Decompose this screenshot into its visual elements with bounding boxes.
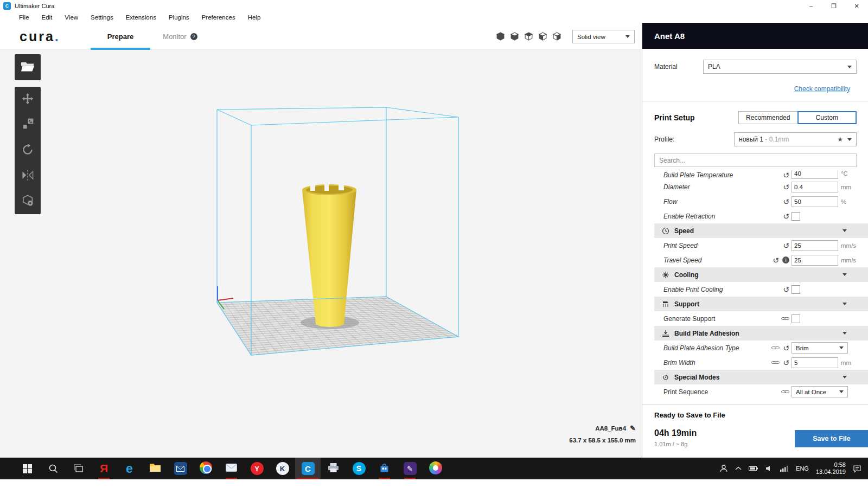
menu-item-edit[interactable]: Edit <box>42 14 53 21</box>
menu-item-file[interactable]: File <box>19 14 29 21</box>
task-view-button[interactable] <box>66 458 91 479</box>
mode-recommended-button[interactable]: Recommended <box>738 111 798 124</box>
taskbar-app-pen[interactable]: ✎ <box>397 458 423 479</box>
taskbar-app-chrome[interactable] <box>193 458 219 479</box>
scale-tool-button[interactable] <box>15 112 41 138</box>
rename-pencil-icon[interactable]: ✎ <box>630 424 636 432</box>
material-dropdown[interactable]: PLA <box>703 60 857 74</box>
settings-category-support[interactable]: Support <box>654 297 868 311</box>
tab-prepare[interactable]: Prepare <box>91 23 150 50</box>
taskbar-app-kompas[interactable]: K <box>270 458 295 479</box>
3d-view-icon[interactable] <box>496 32 505 41</box>
close-button[interactable]: ✕ <box>845 0 868 12</box>
taskbar-app-file-explorer[interactable] <box>142 458 168 479</box>
front-view-icon[interactable] <box>510 32 519 41</box>
left-view-icon[interactable] <box>538 32 547 41</box>
revert-icon[interactable]: ↺ <box>783 359 789 367</box>
save-to-file-button[interactable]: Save to File <box>795 430 868 447</box>
link-icon[interactable] <box>781 389 789 394</box>
menu-item-plugins[interactable]: Plugins <box>169 14 189 21</box>
rotate-tool-button[interactable] <box>15 138 41 163</box>
screen: C Ultimaker Cura – ❐ ✕ FileEditViewSetti… <box>0 0 868 488</box>
per-model-settings-tool-button[interactable] <box>15 189 41 214</box>
taskbar-app-yandex-browser[interactable]: Я <box>91 458 117 479</box>
search-input[interactable] <box>654 153 857 167</box>
start-button[interactable] <box>15 458 40 479</box>
setting-input-print-speed[interactable] <box>792 240 838 251</box>
taskbar-app-yandex-mail[interactable]: Y <box>244 458 270 479</box>
setting-label: Build Plate Adhesion Type <box>663 344 739 352</box>
revert-icon[interactable]: ↺ <box>783 344 789 352</box>
setting-input-build-plate-temperature[interactable] <box>792 170 838 179</box>
revert-icon[interactable]: ↺ <box>783 183 789 191</box>
right-view-icon[interactable] <box>552 32 561 41</box>
taskbar-app-edge[interactable]: e <box>117 458 142 479</box>
taskbar-app-skype[interactable]: S <box>346 458 372 479</box>
viewport[interactable]: AA8_Fuв4 ✎ 63.7 x 58.5 x 155.0 mm <box>0 50 642 458</box>
menu-item-preferences[interactable]: Preferences <box>202 14 235 21</box>
view-mode-dropdown[interactable]: Solid view <box>572 30 635 43</box>
3d-scene[interactable] <box>0 50 642 458</box>
menu-item-extensions[interactable]: Extensions <box>126 14 156 21</box>
setting-input-diameter[interactable] <box>792 182 838 192</box>
revert-icon[interactable]: ↺ <box>783 286 789 293</box>
profile-dropdown[interactable]: новый 1 - 0.1mm ★ <box>734 132 857 146</box>
volume-icon[interactable] <box>765 465 773 472</box>
setting-checkbox-enable-retraction[interactable] <box>792 212 800 221</box>
minimize-button[interactable]: – <box>800 0 822 12</box>
revert-icon[interactable]: ↺ <box>783 198 789 206</box>
setting-unit: % <box>841 198 846 205</box>
mode-custom-button[interactable]: Custom <box>797 111 857 124</box>
settings-category-special-modes[interactable]: Special Modes <box>654 370 868 384</box>
settings-category-speed[interactable]: Speed <box>654 223 868 238</box>
revert-icon[interactable]: ↺ <box>783 213 789 220</box>
setting-unit: mm <box>841 184 851 190</box>
revert-icon[interactable]: ↺ <box>773 256 779 264</box>
menu-item-help[interactable]: Help <box>248 14 261 21</box>
people-icon[interactable] <box>719 464 728 473</box>
setting-input-brim-width[interactable] <box>792 357 838 368</box>
setting-row-build-plate-adhesion-type: Build Plate Adhesion Type↺Brim <box>654 341 868 355</box>
window-titlebar: C Ultimaker Cura – ❐ ✕ <box>0 0 868 12</box>
maximize-button[interactable]: ❐ <box>822 0 845 12</box>
link-icon[interactable] <box>781 316 789 321</box>
taskbar-app-mail-dark[interactable] <box>168 458 193 479</box>
menu-item-view[interactable]: View <box>65 14 78 21</box>
language-indicator[interactable]: ENG <box>796 465 809 472</box>
link-icon[interactable] <box>771 360 780 365</box>
info-icon[interactable]: i <box>782 256 789 264</box>
star-icon[interactable]: ★ <box>837 136 843 143</box>
setting-input-flow[interactable] <box>792 196 838 207</box>
revert-icon[interactable]: ↺ <box>783 242 789 249</box>
revert-icon[interactable]: ↺ <box>783 171 789 179</box>
move-tool-button[interactable] <box>15 87 41 112</box>
open-file-button[interactable] <box>15 54 41 80</box>
mirror-tool-button[interactable] <box>15 163 41 189</box>
setting-checkbox-enable-print-cooling[interactable] <box>792 285 800 294</box>
taskbar-app-mail[interactable] <box>219 458 244 479</box>
chevron-up-icon[interactable] <box>735 466 742 471</box>
top-view-icon[interactable] <box>524 32 533 41</box>
notification-center-icon[interactable] <box>853 465 861 473</box>
setting-select-print-sequence[interactable]: All at Once <box>792 386 848 397</box>
special-modes-icon <box>661 373 669 381</box>
setting-input-travel-speed[interactable] <box>792 255 838 266</box>
menu-item-settings[interactable]: Settings <box>91 14 113 21</box>
settings-category-cooling[interactable]: Cooling <box>654 267 868 282</box>
battery-icon[interactable] <box>749 466 758 471</box>
machine-selector[interactable]: Anet A8 <box>642 23 868 49</box>
network-icon[interactable] <box>780 466 789 472</box>
settings-category-build-plate-adhesion[interactable]: Build Plate Adhesion <box>654 326 868 341</box>
camera-view-buttons <box>496 32 561 41</box>
check-compatibility-link[interactable]: Check compatibility <box>794 85 850 93</box>
taskbar-app-cura[interactable]: C <box>295 458 321 479</box>
search-button[interactable] <box>40 458 66 479</box>
taskbar-app-paint[interactable] <box>423 458 448 479</box>
taskbar-app-store[interactable] <box>372 458 397 479</box>
taskbar-app-printer[interactable] <box>321 458 346 479</box>
link-icon[interactable] <box>771 345 780 350</box>
setting-select-build-plate-adhesion-type[interactable]: Brim <box>792 342 848 354</box>
setting-checkbox-generate-support[interactable] <box>792 314 800 323</box>
tab-monitor[interactable]: Monitor? <box>150 23 210 50</box>
clock[interactable]: 0:58 13.04.2019 <box>816 461 846 476</box>
